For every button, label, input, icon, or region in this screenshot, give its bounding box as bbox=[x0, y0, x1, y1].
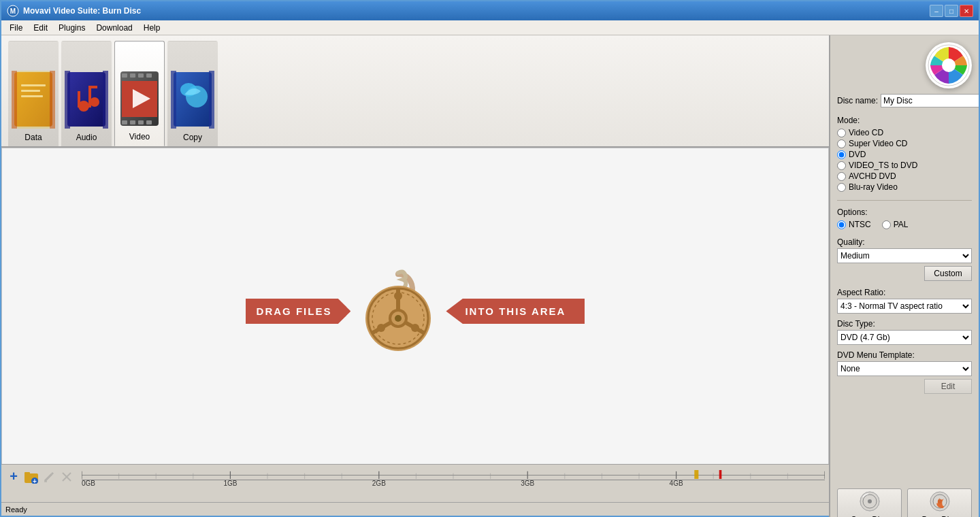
svg-rect-75 bbox=[694, 470, 698, 479]
svg-rect-3 bbox=[12, 71, 17, 129]
minimize-button[interactable]: – bbox=[930, 5, 943, 17]
window-title: Movavi Video Suite: Burn Disc bbox=[23, 6, 141, 16]
tab-data[interactable]: Data bbox=[8, 41, 59, 146]
tab-audio[interactable]: Audio bbox=[61, 41, 112, 146]
timeline-label-3gb: 3GB bbox=[521, 480, 534, 487]
save-disc-button[interactable]: Save Disc bbox=[837, 488, 902, 517]
mode-section: Mode: Video CD Super Video CD DVD VIDEO_… bbox=[837, 116, 972, 193]
mode-dvd-radio[interactable] bbox=[837, 150, 846, 159]
add-file-button[interactable]: + bbox=[5, 469, 22, 485]
mode-avchd-label[interactable]: AVCHD DVD bbox=[849, 171, 896, 181]
mode-video-cd-label[interactable]: Video CD bbox=[849, 128, 883, 137]
edit-file-button[interactable] bbox=[41, 469, 57, 485]
disc-type-section: Disc Type: DVD (4.7 Gb) DVD DL (8.5 Gb) bbox=[837, 319, 972, 348]
menu-file[interactable]: File bbox=[4, 22, 28, 34]
svg-rect-4 bbox=[50, 71, 55, 129]
svg-rect-23 bbox=[130, 120, 135, 124]
save-disc-icon bbox=[859, 490, 881, 512]
svg-point-13 bbox=[90, 97, 99, 107]
mode-bluray-label[interactable]: Blu-ray Video bbox=[849, 182, 898, 192]
svg-point-78 bbox=[942, 59, 956, 72]
svg-rect-30 bbox=[209, 71, 214, 129]
tab-video-label: Video bbox=[129, 132, 150, 141]
add-folder-button[interactable]: + bbox=[23, 469, 39, 485]
svg-rect-24 bbox=[138, 120, 144, 124]
disc-type-dropdown[interactable]: DVD (4.7 Gb) DVD DL (8.5 Gb) bbox=[837, 330, 972, 345]
option-ntsc-row: NTSC bbox=[837, 220, 871, 229]
svg-rect-22 bbox=[122, 120, 127, 124]
tab-video[interactable]: Video bbox=[114, 41, 165, 146]
svg-rect-8 bbox=[17, 71, 50, 129]
timeline-label-4gb: 4GB bbox=[670, 480, 683, 487]
burn-disc-button[interactable]: Burn Disc bbox=[907, 488, 972, 517]
divider-1 bbox=[837, 200, 972, 201]
bottom-toolbar: + + bbox=[1, 464, 829, 488]
mode-video-ts-label[interactable]: VIDEO_TS to DVD bbox=[849, 161, 917, 170]
mode-video-cd-radio[interactable] bbox=[837, 129, 846, 137]
svg-rect-25 bbox=[146, 120, 152, 124]
menu-template-section: DVD Menu Template: None Classic Modern E… bbox=[837, 350, 972, 394]
delete-file-button[interactable] bbox=[59, 469, 75, 485]
svg-text:M: M bbox=[10, 7, 16, 15]
svg-point-45 bbox=[377, 324, 385, 332]
mode-video-ts-radio[interactable] bbox=[837, 161, 846, 170]
menu-plugins[interactable]: Plugins bbox=[53, 22, 91, 34]
mode-video-cd-row: Video CD bbox=[837, 128, 972, 137]
option-ntsc-label[interactable]: NTSC bbox=[849, 220, 871, 229]
svg-rect-19 bbox=[130, 73, 135, 78]
svg-rect-76 bbox=[719, 470, 722, 479]
mode-bluray-row: Blu-ray Video bbox=[837, 182, 972, 192]
quality-section: Quality: Medium Low High Custom bbox=[837, 237, 972, 285]
option-pal-label[interactable]: PAL bbox=[894, 220, 909, 229]
tab-copy-label: Copy bbox=[183, 133, 202, 142]
option-pal-radio[interactable] bbox=[882, 220, 891, 229]
svg-rect-11 bbox=[103, 71, 108, 129]
aspect-ratio-section: Aspect Ratio: 4:3 - Normal TV aspect rat… bbox=[837, 288, 972, 316]
disc-type-label: Disc Type: bbox=[837, 319, 972, 329]
mode-super-vcd-radio[interactable] bbox=[837, 139, 846, 148]
mode-dvd-label[interactable]: DVD bbox=[849, 150, 866, 159]
spacer bbox=[837, 397, 972, 486]
menu-edit[interactable]: Edit bbox=[28, 22, 53, 34]
mode-bluray-radio[interactable] bbox=[837, 183, 846, 192]
svg-point-40 bbox=[395, 315, 402, 322]
mode-super-vcd-row: Super Video CD bbox=[837, 139, 972, 148]
maximize-button[interactable]: □ bbox=[945, 5, 958, 17]
svg-rect-14 bbox=[88, 86, 91, 107]
svg-rect-18 bbox=[122, 73, 127, 78]
options-row: NTSC PAL bbox=[837, 220, 972, 231]
tab-data-label: Data bbox=[24, 133, 42, 142]
options-section: Options: NTSC PAL bbox=[837, 207, 972, 235]
svg-rect-10 bbox=[65, 71, 70, 129]
mode-super-vcd-label[interactable]: Super Video CD bbox=[849, 139, 908, 148]
quality-dropdown[interactable]: Medium Low High bbox=[837, 248, 972, 263]
film-reel-icon bbox=[350, 264, 446, 359]
timeline-label-2gb: 2GB bbox=[372, 480, 386, 487]
option-ntsc-radio[interactable] bbox=[837, 220, 846, 229]
custom-button[interactable]: Custom bbox=[924, 266, 972, 281]
tab-copy[interactable]: Copy bbox=[167, 41, 218, 146]
disc-name-row: Disc name: bbox=[837, 94, 972, 107]
aspect-ratio-dropdown[interactable]: 4:3 - Normal TV aspect ratio 16:9 - Wide… bbox=[837, 299, 972, 314]
menu-download[interactable]: Download bbox=[91, 22, 137, 34]
mode-avchd-row: AVCHD DVD bbox=[837, 171, 972, 181]
menu-template-dropdown[interactable]: None Classic Modern bbox=[837, 361, 972, 376]
timeline-label-0gb: 0GB bbox=[82, 480, 95, 487]
edit-template-button[interactable]: Edit bbox=[924, 379, 972, 394]
menu-help[interactable]: Help bbox=[138, 22, 166, 34]
right-panel: Disc name: Mode: Video CD Super Video CD… bbox=[829, 35, 979, 517]
mode-video-ts-row: VIDEO_TS to DVD bbox=[837, 161, 972, 170]
close-button[interactable]: ✕ bbox=[960, 5, 973, 17]
options-label: Options: bbox=[837, 207, 972, 217]
mode-avchd-radio[interactable] bbox=[837, 172, 846, 181]
mode-label: Mode: bbox=[837, 116, 972, 125]
disc-name-input[interactable] bbox=[881, 94, 979, 107]
aspect-ratio-label: Aspect Ratio: bbox=[837, 288, 972, 297]
title-bar: M Movavi Video Suite: Burn Disc – □ ✕ bbox=[1, 1, 979, 20]
svg-point-43 bbox=[394, 292, 402, 300]
disc-name-label: Disc name: bbox=[837, 96, 878, 105]
svg-point-81 bbox=[868, 499, 872, 503]
drag-files-label: DRAG FILES bbox=[246, 299, 351, 324]
svg-point-44 bbox=[411, 324, 419, 332]
svg-rect-20 bbox=[138, 73, 144, 78]
